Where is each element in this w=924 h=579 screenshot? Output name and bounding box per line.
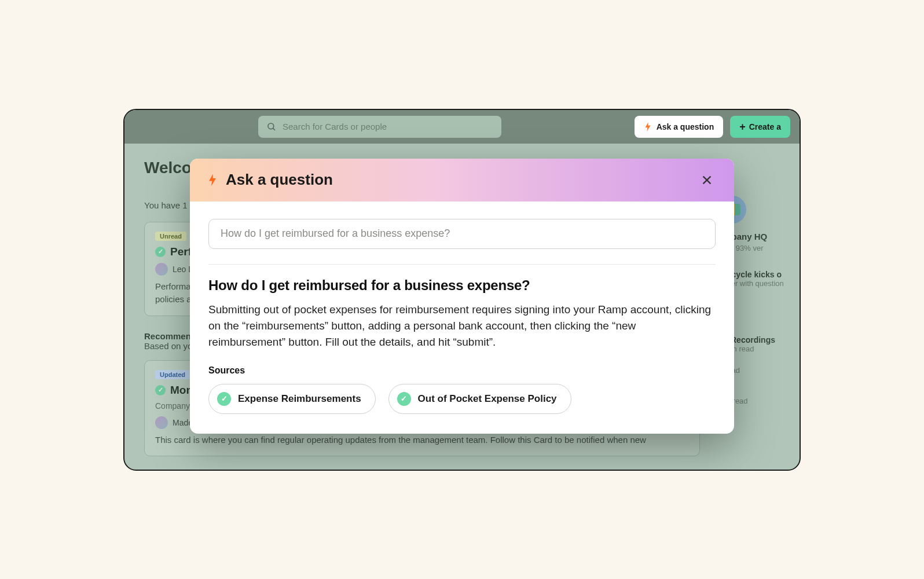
check-icon: ✓ xyxy=(397,392,411,406)
question-input[interactable] xyxy=(208,219,716,249)
source-chips: ✓ Expense Reimbursements ✓ Out of Pocket… xyxy=(208,384,716,414)
source-chip[interactable]: ✓ Out of Pocket Expense Policy xyxy=(388,384,571,414)
divider xyxy=(208,264,716,265)
unread-badge: Unread xyxy=(155,232,186,241)
bolt-icon xyxy=(207,173,218,188)
card-body: This card is where you can find regular … xyxy=(155,434,689,447)
ask-button-label: Ask a question xyxy=(657,122,714,131)
answer-question: How do I get reimbursed for a business e… xyxy=(208,277,716,294)
search-field[interactable] xyxy=(258,116,501,138)
search-input[interactable] xyxy=(283,122,493,131)
plus-icon: + xyxy=(739,122,746,132)
bolt-icon xyxy=(644,122,652,132)
updated-badge: Updated xyxy=(155,370,190,379)
avatar xyxy=(155,263,168,276)
app-window: Ask a question + Create a Welcome You ha… xyxy=(123,109,801,471)
create-button[interactable]: + Create a xyxy=(730,116,790,138)
sources-heading: Sources xyxy=(208,365,716,376)
source-chip[interactable]: ✓ Expense Reimbursements xyxy=(208,384,376,414)
check-icon: ✓ xyxy=(217,392,231,406)
answer-body: Submitting out of pocket expenses for re… xyxy=(208,302,716,350)
check-icon: ✓ xyxy=(155,247,166,257)
close-button[interactable] xyxy=(697,170,717,190)
ask-question-modal: Ask a question How do I get reimbursed f… xyxy=(190,159,734,434)
modal-header: Ask a question xyxy=(190,159,734,201)
check-icon: ✓ xyxy=(155,385,166,395)
ask-question-button[interactable]: Ask a question xyxy=(635,116,724,138)
svg-point-0 xyxy=(268,123,274,129)
modal-body: How do I get reimbursed for a business e… xyxy=(190,201,734,434)
avatar xyxy=(155,416,168,429)
source-label: Out of Pocket Expense Policy xyxy=(418,393,557,405)
source-label: Expense Reimbursements xyxy=(238,393,361,405)
svg-line-1 xyxy=(273,128,275,130)
topbar: Ask a question + Create a xyxy=(124,110,800,144)
modal-title: Ask a question xyxy=(226,171,689,189)
create-button-label: Create a xyxy=(749,122,781,131)
search-icon xyxy=(266,122,277,132)
close-icon xyxy=(701,174,713,186)
